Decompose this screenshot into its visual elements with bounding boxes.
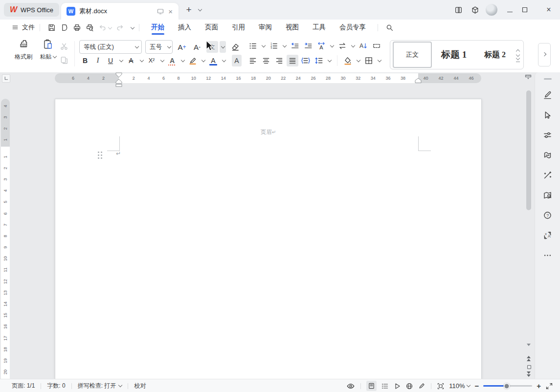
tab-member[interactable]: 会员专享: [333, 20, 373, 35]
document-page[interactable]: 页眉↵ ↵: [55, 99, 482, 379]
phonetic-guide-chevron-icon[interactable]: [220, 41, 226, 53]
save-icon[interactable]: [45, 21, 58, 34]
decrease-indent-button[interactable]: [289, 40, 301, 52]
wps-home-button[interactable]: W WPS Office: [4, 3, 59, 17]
ribbon-expand-button[interactable]: [538, 43, 551, 66]
fullscreen-button[interactable]: [545, 382, 553, 390]
text-effects-chevron-icon[interactable]: [179, 55, 186, 66]
style-normal[interactable]: 正文: [393, 42, 432, 68]
zoom-out-button[interactable]: −: [474, 382, 479, 390]
next-page-button[interactable]: [527, 371, 531, 377]
char-scale-button[interactable]: A: [315, 40, 327, 52]
tab-home[interactable]: 开始: [144, 20, 171, 35]
document-tab[interactable]: W 素材.docx ×: [61, 3, 179, 20]
justify-button[interactable]: [287, 55, 298, 66]
superscript-chevron-icon[interactable]: [159, 55, 165, 66]
highlight-button[interactable]: [187, 55, 199, 66]
zoom-slider-handle[interactable]: [504, 383, 510, 389]
first-line-indent-marker[interactable]: [115, 72, 122, 78]
font-color-chevron-icon[interactable]: [221, 55, 227, 66]
apps-cube-icon[interactable]: [469, 4, 481, 16]
page-view-button[interactable]: [366, 381, 377, 391]
char-scale-chevron-icon[interactable]: [329, 40, 335, 52]
window-close-button[interactable]: ×: [541, 5, 556, 14]
proofread-button[interactable]: 校对: [134, 382, 146, 390]
shading-chevron-icon[interactable]: [355, 55, 361, 66]
text-direction-button[interactable]: [336, 40, 348, 52]
quick-access-chevron-icon[interactable]: [131, 25, 134, 29]
style-heading2[interactable]: 标题 2: [476, 43, 514, 67]
numbered-list-button[interactable]: 123: [268, 40, 280, 52]
bullet-list-button[interactable]: [247, 40, 259, 52]
style-heading1[interactable]: 标题 1: [432, 43, 476, 67]
distribute-button[interactable]: [300, 55, 312, 66]
bullet-list-chevron-icon[interactable]: [260, 40, 267, 52]
shading-button[interactable]: [342, 55, 354, 66]
ink-tool-button[interactable]: [418, 382, 426, 390]
file-menu[interactable]: 文件: [12, 23, 35, 32]
tab-page[interactable]: 页面: [198, 20, 225, 35]
align-right-button[interactable]: [273, 55, 285, 66]
tab-view[interactable]: 视图: [279, 20, 306, 35]
tab-references[interactable]: 引用: [225, 20, 252, 35]
contract-sign-icon[interactable]: [543, 151, 552, 160]
word-count[interactable]: 字数: 0: [47, 382, 65, 390]
tab-close-icon[interactable]: ×: [168, 7, 173, 16]
clear-format-button[interactable]: [229, 41, 241, 53]
undo-icon[interactable]: [96, 21, 109, 34]
user-avatar[interactable]: [486, 4, 497, 16]
align-left-button[interactable]: [247, 55, 259, 66]
shrink-font-button[interactable]: A-: [191, 41, 203, 53]
align-center-button[interactable]: [260, 55, 272, 66]
increase-indent-button[interactable]: [302, 40, 314, 52]
right-indent-marker[interactable]: [415, 78, 422, 84]
zoom-slider[interactable]: [483, 385, 532, 387]
sidebar-collapse-handle[interactable]: [544, 78, 552, 80]
print-icon[interactable]: [70, 21, 83, 34]
char-shading-button[interactable]: A: [232, 55, 242, 66]
borders-button[interactable]: [363, 55, 375, 66]
italic-button[interactable]: I: [92, 55, 104, 66]
hanging-indent-marker[interactable]: [115, 79, 122, 87]
print-preview-icon[interactable]: [83, 21, 96, 34]
strikethrough-chevron-icon[interactable]: [138, 55, 145, 66]
grow-font-button[interactable]: A+: [176, 41, 188, 53]
bold-button[interactable]: B: [79, 55, 91, 66]
underline-button[interactable]: U: [105, 55, 116, 66]
undo-chevron-icon[interactable]: [108, 25, 112, 29]
line-spacing-button[interactable]: [313, 55, 325, 66]
select-tool-icon[interactable]: [543, 110, 552, 120]
font-name-select[interactable]: 等线 (正文): [79, 40, 142, 54]
web-layout-button[interactable]: [405, 382, 413, 390]
vertical-scrollbar-thumb[interactable]: [526, 90, 531, 210]
numbered-list-chevron-icon[interactable]: [281, 40, 288, 52]
tab-list-chevron-icon[interactable]: [198, 7, 202, 11]
more-tools-icon[interactable]: [543, 251, 552, 260]
font-size-select[interactable]: 五号: [145, 40, 173, 54]
borders-chevron-icon[interactable]: [376, 55, 382, 66]
tab-tools[interactable]: 工具: [306, 20, 333, 35]
paragraph-drag-handle[interactable]: [98, 152, 102, 159]
highlight-chevron-icon[interactable]: [200, 55, 206, 66]
window-minimize-button[interactable]: [502, 5, 517, 14]
adjust-settings-icon[interactable]: [543, 131, 552, 140]
eye-protection-icon[interactable]: [346, 382, 355, 391]
fit-page-button[interactable]: [437, 382, 445, 390]
previous-page-button[interactable]: [527, 356, 531, 361]
window-maximize-button[interactable]: [522, 7, 537, 13]
font-color-button[interactable]: A: [207, 55, 219, 66]
spellcheck-toggle[interactable]: 拼写检查: 打开: [78, 382, 122, 390]
format-painter-button[interactable]: 格式刷: [12, 38, 35, 68]
tab-review[interactable]: 审阅: [252, 20, 279, 35]
show-marks-button[interactable]: [371, 40, 382, 52]
select-browse-object-button[interactable]: [527, 365, 531, 369]
text-effects-button[interactable]: A: [166, 55, 178, 66]
zoom-in-button[interactable]: +: [537, 382, 541, 390]
export-pdf-icon[interactable]: [58, 21, 70, 34]
translate-icon[interactable]: Ax: [543, 231, 552, 240]
paste-button[interactable]: 粘贴: [36, 38, 60, 68]
help-icon[interactable]: ?: [543, 211, 552, 220]
new-tab-button[interactable]: +: [183, 4, 195, 16]
multi-screen-icon[interactable]: [452, 4, 464, 16]
zoom-level-select[interactable]: 110%: [449, 382, 470, 390]
